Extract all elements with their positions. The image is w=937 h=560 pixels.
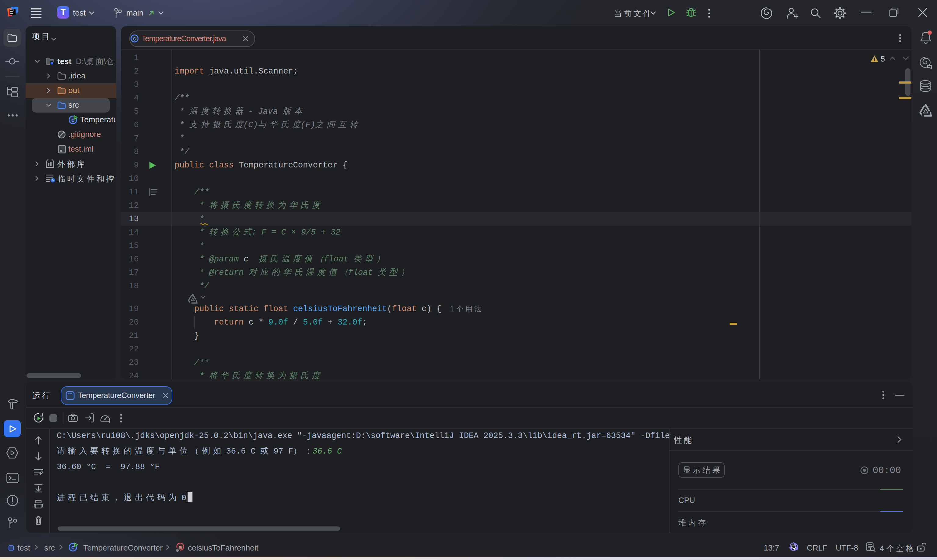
- svg-text:m: m: [179, 545, 182, 550]
- svg-text:C: C: [133, 37, 136, 42]
- svg-text:IJ: IJ: [10, 9, 14, 12]
- svg-text:C: C: [71, 545, 74, 551]
